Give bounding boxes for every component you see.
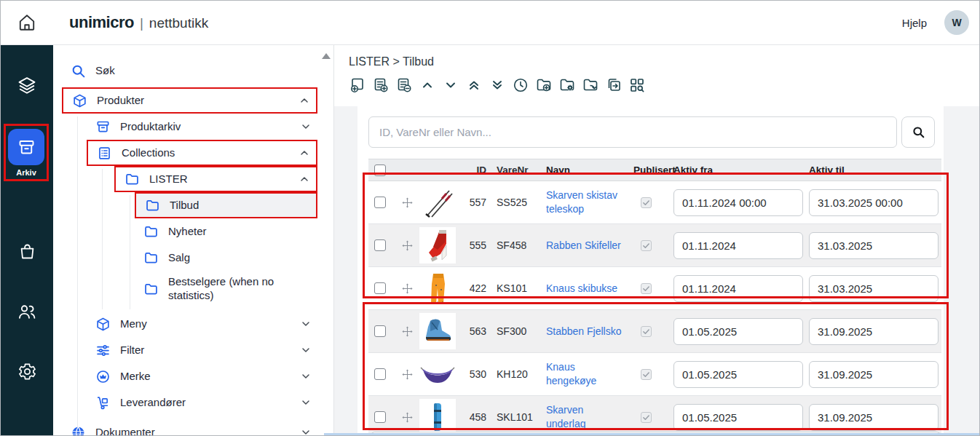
publisert-checkbox[interactable] — [641, 283, 652, 294]
row-checkbox[interactable] — [374, 239, 386, 251]
drag-handle-icon[interactable] — [395, 411, 419, 424]
aktiv-fra-input[interactable] — [673, 275, 803, 302]
product-link[interactable]: Knaus hengekøye — [546, 361, 596, 387]
aktiv-til-input[interactable] — [809, 189, 938, 216]
sidebar-item-meny[interactable]: Meny — [53, 311, 333, 337]
aktiv-fra-input[interactable] — [673, 232, 803, 259]
product-image-ski-pants[interactable] — [419, 270, 456, 306]
brand-name: unimicro — [69, 13, 134, 32]
product-image-sleeping-pad[interactable] — [419, 399, 456, 435]
product-link[interactable]: Stabben Fjellsko — [546, 325, 622, 337]
sidebar-item-merke[interactable]: Merke — [53, 363, 333, 389]
table-header-row: ID VareNr Navn Publisert Aktiv fra Aktiv… — [368, 159, 941, 181]
main-content: LISTER > Tilbud — [334, 45, 979, 435]
list-remove-icon[interactable] — [394, 75, 414, 95]
duplicate-export-icon[interactable] — [604, 75, 623, 95]
row-checkbox[interactable] — [374, 197, 386, 208]
content-card: ID VareNr Navn Publisert Aktiv fra Aktiv… — [357, 106, 944, 436]
row-checkbox[interactable] — [374, 368, 386, 380]
rail-item-arkiv[interactable] — [8, 129, 44, 165]
sidebar-item-leverandorer[interactable]: Leverandører — [53, 389, 333, 416]
product-image-hiking-boot[interactable] — [419, 313, 456, 349]
sliders-icon — [95, 343, 111, 358]
search-button[interactable] — [901, 116, 935, 148]
chevron-down-icon — [300, 427, 312, 435]
col-header-id: ID — [463, 165, 491, 175]
aktiv-fra-input[interactable] — [673, 318, 803, 345]
row-checkbox[interactable] — [374, 282, 386, 294]
folder-move-icon[interactable] — [580, 75, 600, 95]
publisert-checkbox[interactable] — [641, 369, 652, 380]
user-avatar[interactable]: W — [944, 10, 969, 35]
sidebar-item-bestselgere[interactable]: Bestselgere (when no statistics) — [53, 271, 333, 307]
rail-item-shop[interactable] — [1, 242, 53, 261]
col-header-aktiv-til: Aktiv til — [809, 165, 941, 175]
rail-item-arkiv-label: Arkiv — [16, 168, 36, 177]
sidebar-item-collections[interactable]: Collections — [87, 140, 317, 166]
product-link[interactable]: Skarven underlag — [546, 404, 586, 429]
chevron-up-icon[interactable] — [417, 75, 437, 95]
double-chevron-down-icon[interactable] — [487, 75, 507, 95]
sidebar-item-lister[interactable]: LISTER — [114, 166, 317, 192]
drag-handle-icon[interactable] — [395, 282, 419, 295]
add-item-icon[interactable] — [347, 75, 367, 95]
aktiv-til-input[interactable] — [809, 361, 938, 388]
sidebar-item-salg[interactable]: Salg — [53, 245, 333, 271]
select-all-checkbox[interactable] — [374, 165, 386, 176]
product-link[interactable]: Rabben Skifeller — [546, 239, 621, 251]
double-chevron-up-icon[interactable] — [464, 75, 483, 95]
product-link[interactable]: Skarven skistav teleskop — [546, 189, 617, 215]
aktiv-fra-input[interactable] — [673, 189, 803, 216]
drag-handle-icon[interactable] — [395, 325, 419, 338]
folder-settings-icon[interactable] — [557, 75, 577, 95]
sidebar-item-filter[interactable]: Filter — [53, 337, 333, 363]
sidebar-item-nyheter[interactable]: Nyheter — [53, 218, 333, 245]
product-search-input[interactable] — [368, 116, 897, 148]
breadcrumb: LISTER > Tilbud — [334, 45, 979, 68]
sidebar-item-produkter[interactable]: Produkter — [62, 87, 317, 114]
aktiv-til-input[interactable] — [809, 318, 938, 345]
sidebar-item-tilbud[interactable]: Tilbud — [135, 192, 317, 218]
brand-separator: | — [140, 15, 143, 31]
rail-item-customers[interactable] — [1, 301, 53, 322]
aktiv-til-input[interactable] — [809, 275, 938, 302]
sidebar-item-label: Dokumenter — [95, 426, 155, 435]
rail-item-settings[interactable] — [1, 362, 53, 381]
product-image-ski-skins[interactable] — [419, 227, 456, 263]
grid-search-icon[interactable] — [627, 75, 647, 95]
product-image-ski-poles[interactable] — [419, 184, 456, 221]
aktiv-til-input[interactable] — [809, 232, 938, 259]
product-id: 555 — [463, 239, 491, 251]
product-link[interactable]: Knaus skibukse — [546, 282, 617, 294]
sidebar-item-label: Filter — [120, 344, 144, 357]
drag-handle-icon[interactable] — [395, 368, 419, 381]
folder-add-icon[interactable] — [534, 75, 553, 95]
drag-handle-icon[interactable] — [395, 239, 419, 252]
clock-icon[interactable] — [510, 75, 530, 95]
product-image-hammock[interactable] — [419, 356, 456, 392]
home-icon[interactable] — [17, 13, 36, 32]
aktiv-til-input[interactable] — [809, 404, 938, 431]
product-id: 422 — [463, 282, 491, 294]
publisert-checkbox[interactable] — [641, 326, 652, 337]
list-add-icon[interactable] — [371, 75, 390, 95]
aktiv-fra-input[interactable] — [673, 404, 803, 431]
sidebar-search-label: Søk — [95, 64, 115, 78]
row-checkbox[interactable] — [374, 325, 386, 337]
publisert-checkbox[interactable] — [641, 240, 652, 251]
publisert-checkbox[interactable] — [641, 412, 652, 423]
help-link[interactable]: Hjelp — [902, 17, 927, 29]
arkiv-annotation-box: Arkiv — [4, 124, 49, 181]
row-checkbox[interactable] — [374, 411, 386, 423]
sidebar-item-label: Produktarkiv — [120, 120, 181, 134]
publisert-checkbox[interactable] — [641, 197, 652, 208]
aktiv-fra-input[interactable] — [673, 361, 803, 388]
sidebar-item-dokumenter[interactable]: Dokumenter — [53, 419, 333, 435]
sidebar-scroll-up-arrow[interactable] — [322, 53, 331, 59]
rail-item-layers[interactable] — [1, 75, 53, 95]
chevron-down-icon[interactable] — [440, 75, 460, 95]
sidebar-search[interactable]: Søk — [53, 60, 333, 82]
sidebar-item-produktarkiv[interactable]: Produktarkiv — [53, 114, 333, 140]
drag-handle-icon[interactable] — [395, 197, 419, 209]
table-row: 557 SS525 Skarven skistav teleskop — [368, 181, 941, 224]
